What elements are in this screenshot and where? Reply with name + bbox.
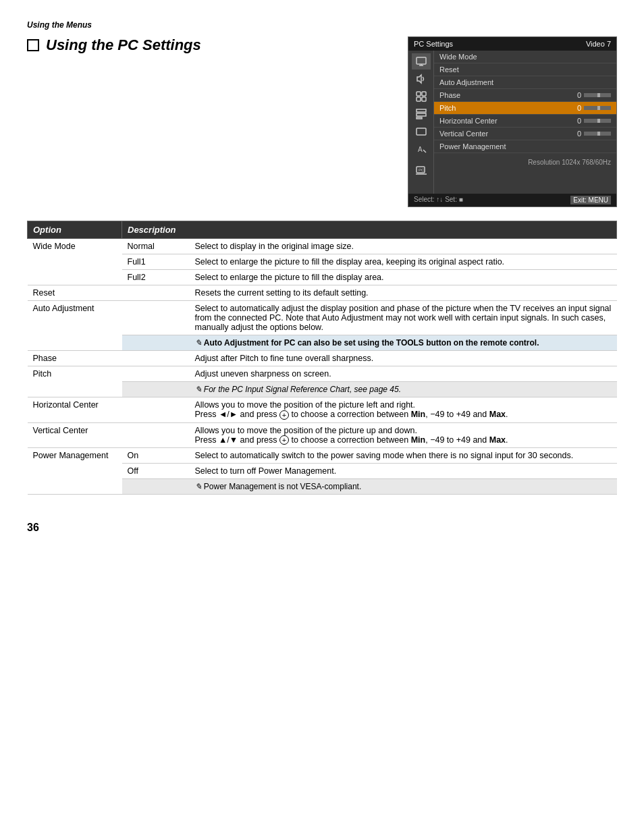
svg-rect-4 — [422, 92, 426, 96]
table-row: Phase Adjust after Pitch to fine tune ov… — [28, 351, 617, 366]
svg-text:A: A — [418, 146, 423, 153]
note-icon — [195, 338, 202, 348]
using-menus-label: Using the Menus — [27, 20, 617, 30]
panel-video: Video 7 — [586, 40, 611, 48]
svg-rect-3 — [417, 92, 421, 96]
panel-icon-pc[interactable]: PC — [412, 163, 431, 179]
col-header-option: Option — [28, 221, 122, 239]
table-row: Auto Adjustment Select to automatically … — [28, 301, 617, 335]
page-number: 36 — [27, 522, 617, 534]
table-row: Vertical Center Allows you to move the p… — [28, 422, 617, 448]
svg-rect-7 — [417, 109, 426, 112]
table-row: Reset Resets the current setting to its … — [28, 285, 617, 301]
panel-exit-label[interactable]: Exit: MENU — [570, 196, 611, 204]
panel-icon-display[interactable] — [412, 123, 431, 140]
svg-rect-0 — [417, 57, 426, 64]
panel-icon-picture[interactable] — [412, 53, 431, 70]
svg-text:PC: PC — [419, 168, 425, 172]
svg-rect-9 — [417, 117, 422, 119]
options-table: Option Description Wide Mode Normal Sele… — [27, 221, 617, 495]
panel-title: PC Settings — [414, 40, 453, 48]
panel-icon-audio[interactable] — [412, 71, 431, 87]
menu-item-horizontal-center[interactable]: Horizontal Center 0 — [434, 115, 616, 128]
svg-rect-6 — [422, 97, 426, 101]
table-row: Pitch Adjust uneven sharpness on screen. — [28, 366, 617, 382]
menu-item-phase[interactable]: Phase 0 — [434, 89, 616, 102]
panel-icon-channels[interactable] — [412, 88, 431, 105]
table-row: Horizontal Center Allows you to move the… — [28, 397, 617, 423]
note-link: ✎ For the PC Input Signal Reference Char… — [195, 385, 402, 394]
menu-item-pitch[interactable]: Pitch 0 — [434, 102, 616, 115]
menu-item-wide-mode[interactable]: Wide Mode — [434, 51, 616, 63]
circle-plus-icon: + — [279, 410, 289, 420]
circle-plus-icon-2: + — [279, 435, 289, 445]
table-row: Wide Mode Normal Select to display in th… — [28, 239, 617, 254]
pc-settings-panel: PC Settings Video 7 — [408, 36, 617, 207]
svg-rect-10 — [417, 128, 426, 135]
panel-icon-setup[interactable] — [412, 106, 431, 122]
note-icon-2 — [195, 482, 202, 491]
menu-item-reset[interactable]: Reset — [434, 63, 616, 76]
menu-item-power-management[interactable]: Power Management — [434, 140, 616, 153]
panel-select-label: Select: ↑↓ Set: ■ — [414, 196, 463, 204]
page-title: Using the PC Settings — [27, 36, 201, 54]
svg-rect-5 — [417, 97, 421, 101]
table-row: Power Management On Select to automatica… — [28, 448, 617, 464]
resolution-text: Resolution 1024x 768/60Hz — [528, 159, 611, 166]
menu-item-auto-adjustment[interactable]: Auto Adjustment — [434, 76, 616, 89]
panel-icon-text[interactable]: A — [412, 141, 431, 157]
col-header-description: Description — [122, 221, 617, 239]
svg-rect-8 — [417, 113, 426, 116]
checkbox-icon — [27, 39, 39, 51]
menu-item-vertical-center[interactable]: Vertical Center 0 — [434, 128, 616, 140]
